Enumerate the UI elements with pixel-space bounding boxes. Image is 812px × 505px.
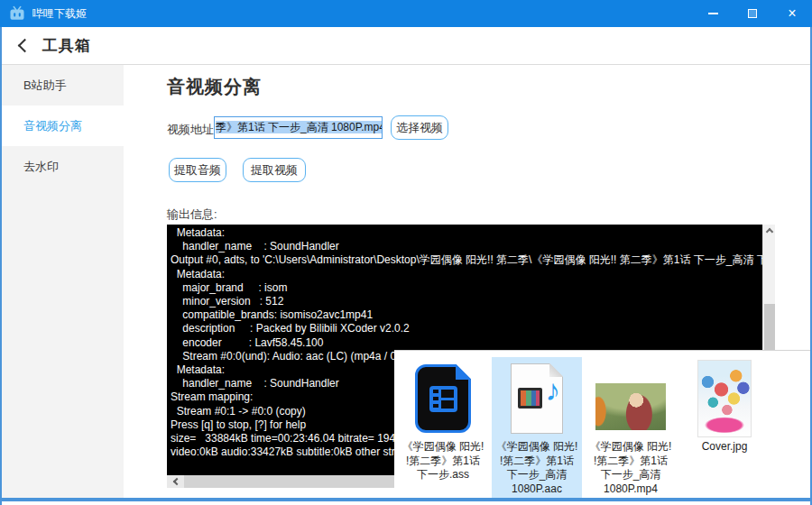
extract-audio-button[interactable]: 提取音频 bbox=[169, 158, 226, 182]
window-title: 哔哩下载姬 bbox=[32, 6, 87, 22]
maximize-icon bbox=[748, 9, 757, 18]
toolbox-header: 工具箱 bbox=[2, 27, 810, 64]
filmstrip-icon bbox=[518, 388, 542, 409]
scroll-up-icon[interactable] bbox=[766, 228, 773, 235]
video-address-label: 视频地址: bbox=[167, 122, 217, 138]
file-name: !第二季》第1话 bbox=[398, 454, 488, 469]
scroll-left-button[interactable] bbox=[167, 475, 184, 488]
sidebar-item-bzhushou[interactable]: B站助手 bbox=[2, 65, 124, 106]
scroll-left-icon bbox=[172, 478, 180, 485]
window-border-left bbox=[0, 27, 2, 505]
file-name: 下一步_高清 bbox=[586, 468, 676, 482]
close-icon: × bbox=[788, 6, 796, 21]
maximize-button[interactable] bbox=[733, 0, 772, 27]
minimize-button[interactable] bbox=[693, 0, 733, 27]
minimize-icon bbox=[708, 13, 718, 14]
folded-corner-icon bbox=[456, 364, 471, 380]
extract-video-button[interactable]: 提取视频 bbox=[243, 158, 306, 182]
file-name: 1080P.mp4 bbox=[586, 482, 676, 497]
file-tile-aac[interactable]: ♪ 《学园偶像 阳光! !第二季》第1话 下一步_高清 1080P.aac bbox=[492, 357, 582, 498]
video-thumbnail bbox=[595, 383, 666, 430]
file-name: 《学园偶像 阳光! bbox=[398, 440, 488, 454]
file-name: 下一步.ass bbox=[398, 468, 488, 482]
output-info-label: 输出信息: bbox=[167, 207, 217, 223]
file-tile-mp4[interactable]: 《学园偶像 阳光! !第二季》第1话 下一步_高清 1080P.mp4 bbox=[586, 357, 676, 498]
music-note-icon: ♪ bbox=[546, 375, 561, 405]
file-name: 1080P.aac bbox=[492, 482, 582, 497]
bilibili-tv-icon bbox=[9, 5, 25, 22]
cover-image bbox=[697, 360, 752, 437]
close-button[interactable]: × bbox=[772, 0, 812, 27]
file-name: 《学园偶像 阳光! bbox=[586, 440, 676, 454]
sidebar-item-av-separate[interactable]: 音视频分离 bbox=[2, 106, 124, 146]
titlebar[interactable]: 哔哩下载姬 × bbox=[0, 0, 812, 27]
choose-video-button[interactable]: 选择视频 bbox=[391, 115, 448, 140]
audio-file-icon: ♪ bbox=[511, 363, 563, 434]
video-address-input[interactable]: 季》第1话 下一步_高清 1080P.mp4 bbox=[214, 116, 383, 139]
filmstrip-icon bbox=[429, 386, 457, 412]
file-explorer-overlay: 《学园偶像 阳光! !第二季》第1话 下一步.ass ♪ 《学园偶像 阳光! !… bbox=[394, 350, 810, 498]
sidebar-item-watermark[interactable]: 去水印 bbox=[2, 146, 124, 187]
file-name: 《学园偶像 阳光! bbox=[492, 440, 582, 454]
file-tile-cover[interactable]: Cover.jpg bbox=[679, 357, 770, 498]
back-icon[interactable] bbox=[18, 39, 32, 53]
file-name: 下一步_高清 bbox=[492, 468, 582, 482]
selected-path-text: 季》第1话 下一步_高清 1080P.mp4 bbox=[216, 121, 383, 133]
page-title: 工具箱 bbox=[42, 35, 91, 56]
file-name: !第二季》第1话 bbox=[586, 454, 676, 469]
file-tile-ass[interactable]: 《学园偶像 阳光! !第二季》第1话 下一步.ass bbox=[398, 357, 488, 498]
section-title: 音视频分离 bbox=[167, 75, 262, 99]
subtitle-video-file-icon bbox=[415, 364, 471, 433]
file-name: !第二季》第1话 bbox=[492, 454, 582, 469]
window-border-bottom bbox=[0, 498, 812, 501]
sidebar: B站助手 音视频分离 去水印 bbox=[2, 65, 124, 498]
file-name: Cover.jpg bbox=[679, 440, 770, 454]
